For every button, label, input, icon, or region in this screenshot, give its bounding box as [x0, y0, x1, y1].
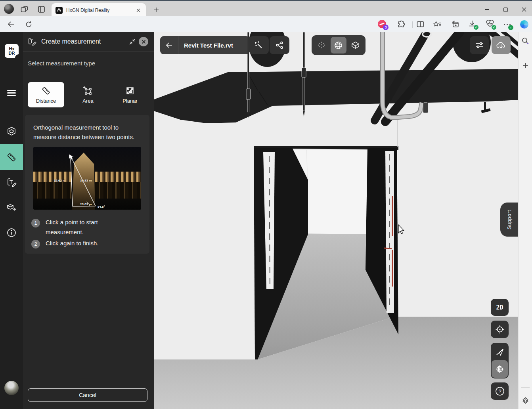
- edge-sidebar: [518, 32, 532, 409]
- step-2-badge: 2: [31, 240, 40, 248]
- update-badge: ↑: [508, 25, 513, 30]
- scene-settings-button[interactable]: [470, 36, 489, 54]
- help-glyph: ?: [498, 388, 501, 394]
- revit-model-scene: [154, 32, 518, 409]
- window-maximize-button[interactable]: [499, 6, 511, 13]
- type-distance-label: Distance: [36, 98, 56, 104]
- tab-close-icon[interactable]: [135, 7, 142, 14]
- info-icon: [7, 228, 16, 237]
- user-avatar[interactable]: [4, 381, 19, 395]
- 3d-viewer[interactable]: Revit Test File.rvt: [154, 32, 518, 409]
- mode-mesh-button[interactable]: [331, 37, 346, 54]
- rail-divider: [5, 108, 18, 108]
- example-image: 32.62 m 39.93 m 23.03 m 54.8°: [33, 147, 141, 210]
- globe-mode-button[interactable]: [492, 360, 508, 378]
- new-tab-button[interactable]: [152, 6, 161, 14]
- measurement-type-label: Select measurement type: [28, 60, 95, 67]
- toolbar-divider: [412, 21, 413, 28]
- 2d-view-button[interactable]: 2D: [491, 299, 509, 316]
- close-icon: [139, 37, 148, 46]
- workspaces-icon[interactable]: [20, 5, 29, 13]
- mode-model-button[interactable]: [348, 37, 364, 54]
- browser-profile-avatar[interactable]: [4, 4, 14, 14]
- sidebar-search-icon[interactable]: [521, 36, 530, 46]
- rail-item-models[interactable]: [0, 120, 23, 142]
- create-measurement-panel: Create measurement Select measurement t: [23, 32, 154, 409]
- extensions-icon[interactable]: [396, 19, 406, 29]
- back-to-assets-button[interactable]: [160, 36, 178, 54]
- rail-item-annotate[interactable]: [0, 171, 23, 193]
- collapse-panel-button[interactable]: [127, 36, 138, 47]
- back-icon[interactable]: [6, 19, 16, 29]
- point-cloud-icon: [317, 41, 326, 50]
- tab-favicon: [55, 7, 63, 14]
- tab-title: HxGN Digital Reality: [66, 8, 135, 13]
- file-name: Revit Test File.rvt: [184, 42, 233, 49]
- browser-titlebar: HxGN Digital Reality: [0, 1, 532, 16]
- type-planar-button[interactable]: Planar: [112, 82, 148, 107]
- example-label-1: 32.62 m: [54, 179, 65, 182]
- browser-tab[interactable]: HxGN Digital Reality: [52, 3, 146, 17]
- panel-footer-divider: [23, 383, 154, 383]
- sidebar-settings-icon[interactable]: [521, 396, 530, 405]
- window-minimize-button[interactable]: [481, 6, 493, 13]
- support-label: Support: [506, 210, 512, 229]
- rail-item-measure-active[interactable]: [0, 144, 23, 170]
- extension-badge: 3: [383, 25, 388, 30]
- favorites-bar-icon[interactable]: [432, 19, 442, 29]
- back-arrow-icon: [166, 42, 173, 48]
- fly-mode-button[interactable]: [491, 343, 509, 361]
- collections-icon[interactable]: [450, 19, 460, 29]
- browser-addressbar: https://realitycloudstudio.hxdr.app/asse…: [0, 16, 532, 32]
- panel-title: Create measurement: [41, 38, 127, 45]
- distance-ruler-icon: [41, 86, 51, 96]
- extension-shortcut-icon[interactable]: 3: [377, 19, 387, 29]
- cancel-button[interactable]: Cancel: [28, 388, 147, 402]
- download-asset-button[interactable]: [492, 36, 511, 54]
- type-area-button[interactable]: Area: [70, 82, 106, 107]
- cube-icon: [7, 126, 16, 136]
- sidebar-divider: [521, 53, 530, 53]
- step-1-badge: 1: [31, 219, 40, 227]
- ruler-icon: [6, 152, 17, 163]
- download-check-badge: ✓: [474, 25, 478, 30]
- share-button[interactable]: [270, 36, 289, 54]
- downloads-icon[interactable]: ✓: [468, 19, 477, 29]
- cloud-download-icon: [496, 40, 506, 50]
- main-menu-button[interactable]: [0, 82, 23, 104]
- refresh-icon[interactable]: [24, 19, 33, 29]
- sidebar-add-icon[interactable]: [521, 61, 530, 70]
- browser-window: HxGN Digital Reality: [0, 0, 532, 409]
- rail-item-export[interactable]: [0, 196, 23, 218]
- browser-essentials-icon[interactable]: ✓: [486, 19, 495, 29]
- settings-more-icon[interactable]: ↑: [503, 19, 512, 29]
- step-2: 2 Click again to finish.: [31, 239, 137, 248]
- support-tab[interactable]: Support: [500, 203, 518, 237]
- collapse-icon: [129, 38, 136, 45]
- step-1-text: Click a point to start measurement.: [46, 218, 137, 237]
- split-screen-icon[interactable]: [415, 19, 425, 29]
- example-label-4: 54.8°: [98, 205, 105, 208]
- sliders-icon: [475, 40, 484, 50]
- example-label-2: 39.93 m: [80, 179, 92, 182]
- type-area-label: Area: [82, 98, 93, 104]
- sidebar-bottom-divider: [521, 387, 530, 388]
- display-mode-control: [312, 35, 366, 55]
- copilot-icon[interactable]: [519, 19, 529, 29]
- area-icon: [83, 86, 93, 96]
- measurement-overlay: [33, 147, 141, 210]
- locate-button[interactable]: [491, 321, 509, 338]
- export-model-icon: [6, 203, 17, 212]
- mode-pointcloud-button[interactable]: [314, 37, 329, 54]
- measurement-panel-icon: [28, 37, 36, 46]
- close-panel-button[interactable]: [138, 36, 149, 47]
- tab-actions-icon[interactable]: [37, 5, 46, 13]
- magic-wand-button[interactable]: [249, 36, 269, 54]
- share-icon: [275, 41, 284, 50]
- globe-crosshair-icon: [495, 365, 504, 374]
- window-close-button[interactable]: [518, 6, 530, 13]
- rail-item-info[interactable]: [0, 222, 23, 244]
- type-distance-button[interactable]: Distance: [28, 82, 64, 107]
- panel-header: Create measurement: [23, 32, 154, 52]
- help-button[interactable]: ?: [491, 382, 509, 400]
